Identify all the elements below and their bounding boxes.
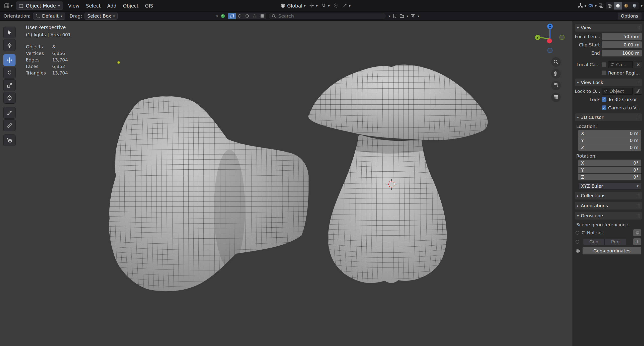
filter-funnel-icon[interactable] — [411, 14, 415, 18]
local-camera-field[interactable]: Ca... — [608, 61, 633, 68]
chevron-down-icon[interactable]: ▾ — [641, 4, 642, 8]
clip-start-label: Clip Start — [575, 42, 600, 47]
bookmark-icon[interactable] — [392, 14, 397, 18]
orthographic-toggle-button[interactable] — [551, 93, 561, 102]
transform-orientation-dropdown[interactable]: Global ▾ — [280, 3, 306, 9]
viewport-3d[interactable]: User Perspective (1) lights | Area.001 O… — [0, 21, 573, 346]
annotate-tool[interactable] — [3, 107, 16, 119]
editor-type-button[interactable]: ▾ — [3, 2, 14, 10]
box-select-mode-button[interactable] — [228, 13, 236, 19]
options-button[interactable]: Options — [618, 13, 641, 20]
panel-header-collections[interactable]: ▸ Collections ⣿ — [575, 192, 642, 199]
gizmo-axis-z-negative[interactable] — [548, 48, 552, 53]
vertex-mode-button[interactable] — [251, 13, 258, 19]
panel-header-3d-cursor[interactable]: ▾ 3D Cursor ⣿ — [575, 113, 642, 121]
pivot-point-dropdown[interactable]: ▾ — [309, 3, 318, 8]
crs-status: Not set — [587, 230, 603, 235]
navigation-gizmo[interactable]: Z Y — [533, 22, 567, 55]
grid-mode-button[interactable] — [258, 13, 266, 19]
rotation-x-field[interactable]: X 0° — [578, 160, 641, 166]
panel-header-view[interactable]: ▾ View ⣿ — [575, 24, 642, 32]
cursor-tool[interactable] — [3, 39, 16, 51]
panel-grip-icon[interactable]: ⣿ — [637, 194, 640, 197]
clip-end-field[interactable]: 1000 m — [602, 50, 642, 56]
mesh-mushroom-upright-cap[interactable] — [308, 64, 488, 141]
rotation-mode-dropdown[interactable]: XYZ Euler ▾ — [578, 182, 641, 189]
render-region-checkbox[interactable] — [602, 71, 606, 75]
show-gizmo-dropdown[interactable]: ▾ — [578, 3, 586, 8]
clip-start-field[interactable]: 0.01 m — [602, 41, 642, 48]
crs-radio[interactable] — [576, 231, 579, 235]
object-mode-dropdown[interactable]: Object Mode ▾ — [16, 2, 63, 10]
show-overlays-dropdown[interactable]: ▾ — [588, 3, 597, 8]
chevron-down-icon[interactable]: ▾ — [216, 14, 218, 18]
location-y-field[interactable]: Y 0 m — [578, 137, 641, 144]
snap-toggle[interactable]: ▾ — [321, 3, 330, 8]
menu-add[interactable]: Add — [104, 2, 120, 10]
search-field[interactable] — [268, 13, 386, 20]
panel-grip-icon[interactable]: ⣿ — [637, 214, 640, 218]
measure-tool[interactable] — [3, 119, 16, 131]
move-tool[interactable] — [3, 54, 16, 66]
light-object-dot[interactable] — [117, 61, 120, 64]
proj-radio[interactable] — [576, 240, 579, 244]
proportional-falloff-dropdown[interactable]: ▾ — [342, 3, 351, 8]
panel-header-geoscene[interactable]: ▾ Geoscene ⣿ — [575, 212, 642, 220]
panel-grip-icon[interactable]: ⣿ — [637, 204, 640, 207]
rotate-tool[interactable] — [3, 67, 16, 79]
geo-button[interactable]: Geo — [583, 238, 605, 245]
chevron-down-icon[interactable]: ▾ — [418, 14, 419, 18]
sphere-mode-button[interactable] — [236, 13, 243, 19]
solid-shading-button[interactable] — [614, 2, 622, 10]
camera-to-view-checkbox[interactable]: ✓ — [602, 105, 606, 110]
panel-header-view-lock[interactable]: ▾ View Lock ⣿ — [575, 79, 642, 86]
orientation-dropdown[interactable]: Default ▾ — [33, 13, 65, 20]
search-input[interactable] — [278, 13, 383, 19]
location-z-field[interactable]: Z 0 m — [578, 144, 641, 151]
clear-camera-button[interactable]: ✕ — [634, 61, 642, 68]
menu-object[interactable]: Object — [120, 2, 142, 10]
scale-tool[interactable] — [3, 79, 16, 91]
menu-gis[interactable]: GIS — [142, 2, 156, 10]
menu-view[interactable]: View — [65, 2, 83, 10]
geo-coordinates-button[interactable]: Geo-coordinates — [583, 247, 641, 254]
add-cube-tool[interactable] — [3, 134, 16, 146]
proj-button[interactable]: Proj — [605, 238, 626, 245]
zoom-button[interactable] — [551, 57, 561, 67]
collection-icon[interactable] — [399, 14, 404, 18]
lock-to-object-field[interactable]: Object — [602, 88, 633, 95]
camera-view-button[interactable] — [551, 81, 561, 90]
wireframe-shading-button[interactable] — [606, 2, 614, 10]
local-camera-checkbox[interactable] — [602, 62, 606, 67]
xray-toggle[interactable] — [598, 3, 604, 8]
crs-settings-button[interactable] — [633, 229, 641, 236]
eyedropper-icon[interactable] — [634, 88, 642, 95]
panel-grip-icon[interactable]: ⣿ — [637, 26, 640, 30]
drag-dropdown[interactable]: Select Box ▾ — [85, 13, 118, 20]
rotation-label: Rotation: — [576, 153, 642, 159]
material-preview-shading-button[interactable] — [622, 2, 630, 10]
rotation-z-field[interactable]: Z 0° — [578, 174, 641, 180]
gizmo-axis-x[interactable] — [547, 38, 552, 43]
proportional-editing-toggle[interactable] — [333, 3, 339, 8]
pan-hand-button[interactable] — [551, 69, 561, 79]
panel-grip-icon[interactable]: ⣿ — [637, 115, 640, 119]
gizmo-axis-y-negative[interactable] — [560, 35, 565, 40]
add-crs-button[interactable]: + — [633, 238, 641, 245]
to-3d-cursor-checkbox[interactable]: ✓ — [602, 97, 606, 102]
select-box-tool[interactable] — [3, 27, 16, 38]
location-x-field[interactable]: X 0 m — [578, 130, 641, 137]
viewport-canvas[interactable] — [0, 21, 573, 346]
panel-header-annotations[interactable]: ▸ Annotations ⣿ — [575, 202, 642, 210]
rendered-shading-button[interactable] — [630, 2, 639, 10]
panel-grip-icon[interactable]: ⣿ — [637, 81, 640, 84]
menu-select[interactable]: Select — [83, 2, 104, 10]
rotation-y-field[interactable]: Y 0° — [578, 167, 641, 173]
chevron-down-icon[interactable]: ▾ — [388, 14, 390, 18]
axis-label: Y — [581, 167, 584, 173]
material-ball-icon[interactable] — [220, 13, 226, 19]
transform-tool[interactable] — [3, 92, 16, 104]
circle-mode-button[interactable] — [243, 13, 251, 19]
chevron-down-icon[interactable]: ▾ — [407, 14, 408, 18]
focal-length-field[interactable]: 50 mm — [602, 33, 642, 40]
